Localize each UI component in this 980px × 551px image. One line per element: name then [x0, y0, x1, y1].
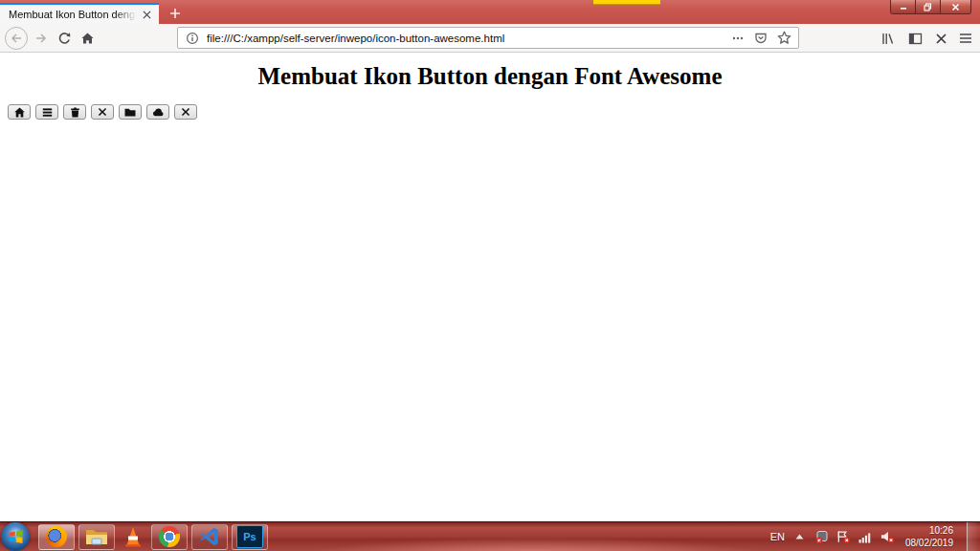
pocket-icon[interactable] — [752, 30, 769, 47]
network-signal-icon[interactable] — [858, 530, 873, 544]
bookmark-star-icon[interactable] — [775, 30, 792, 47]
times-icon-button[interactable] — [91, 104, 114, 120]
forward-button[interactable] — [30, 27, 53, 50]
page-title: Membuat Ikon Button dengan Font Awesome — [0, 63, 980, 90]
folder-icon-button[interactable] — [119, 104, 142, 120]
home-button[interactable] — [76, 27, 99, 50]
folder-icon — [124, 107, 136, 118]
page-content: Membuat Ikon Button dengan Font Awesome — [0, 53, 980, 521]
language-indicator[interactable]: EN — [770, 531, 785, 542]
url-text: file:///C:/xampp/self-server/inwepo/icon… — [207, 33, 724, 44]
library-icon — [880, 32, 895, 46]
background-window-strip — [593, 0, 660, 5]
refresh-icon — [57, 32, 71, 45]
site-info-icon[interactable] — [184, 30, 201, 47]
cloud-icon-button[interactable] — [146, 104, 169, 120]
home-icon — [80, 32, 95, 45]
forward-arrow-icon — [34, 32, 48, 45]
taskbar-firefox-button[interactable] — [38, 524, 75, 550]
icon-button-row — [8, 104, 980, 120]
taskbar-explorer-button[interactable] — [78, 524, 115, 550]
times-icon-button[interactable] — [174, 104, 197, 120]
desktop-screen: Membuat Ikon Button dengan Font — [0, 0, 980, 551]
minimize-button[interactable] — [891, 0, 916, 13]
tray-app-error-icon[interactable] — [814, 530, 829, 544]
x-extension-icon — [935, 33, 947, 45]
action-center-flag-icon[interactable] — [836, 530, 851, 544]
photoshop-icon: Ps — [236, 525, 263, 548]
align-justify-icon-button[interactable] — [35, 104, 58, 120]
tray-clock[interactable]: 10:26 08/02/2019 — [905, 524, 953, 549]
home-icon-button[interactable] — [8, 104, 31, 120]
taskbar-vlc-button[interactable] — [119, 524, 147, 550]
start-button[interactable] — [1, 522, 30, 551]
url-bar[interactable]: file:///C:/xampp/self-server/inwepo/icon… — [177, 27, 799, 49]
windows-explorer-icon — [85, 527, 108, 546]
taskbar-chrome-button[interactable] — [151, 524, 188, 550]
windows-logo-icon — [9, 530, 23, 543]
times-icon — [98, 107, 107, 117]
tab-title: Membuat Ikon Button dengan Font — [9, 9, 139, 20]
new-tab-button[interactable] — [163, 3, 188, 24]
tab-active[interactable]: Membuat Ikon Button dengan Font — [0, 3, 159, 24]
sidebar-button[interactable] — [903, 27, 926, 50]
navigation-toolbar: file:///C:/xampp/self-server/inwepo/icon… — [0, 24, 980, 53]
trash-icon-button[interactable] — [63, 104, 86, 120]
system-tray: EN — [770, 522, 980, 551]
home-icon — [14, 107, 25, 118]
hamburger-menu-icon — [959, 33, 972, 44]
tray-time: 10:26 — [905, 524, 953, 537]
menu-button[interactable] — [954, 27, 977, 50]
taskbar: Ps EN — [0, 521, 980, 551]
close-button[interactable] — [941, 0, 970, 13]
vlc-icon — [123, 526, 143, 547]
tab-close-icon[interactable] — [139, 7, 154, 22]
align-justify-icon — [42, 107, 53, 118]
times-icon — [181, 107, 190, 117]
tray-date: 08/02/2019 — [905, 537, 953, 549]
firefox-icon — [46, 526, 67, 547]
sidebar-icon — [908, 32, 923, 46]
page-actions-icon[interactable] — [729, 30, 746, 47]
refresh-button[interactable] — [53, 27, 76, 50]
extension-x-button[interactable] — [929, 27, 952, 50]
library-button[interactable] — [876, 27, 899, 50]
chevron-up-icon — [795, 534, 804, 540]
show-desktop-button[interactable] — [967, 522, 978, 551]
volume-muted-icon[interactable] — [880, 530, 895, 544]
back-arrow-icon — [10, 32, 23, 45]
cloud-icon — [152, 107, 165, 118]
vscode-icon — [199, 526, 220, 547]
taskbar-vscode-button[interactable] — [191, 524, 228, 550]
back-button[interactable] — [5, 27, 28, 50]
restore-button[interactable] — [916, 0, 941, 13]
window-titlebar[interactable]: Membuat Ikon Button dengan Font — [0, 0, 980, 24]
taskbar-photoshop-button[interactable]: Ps — [232, 524, 268, 550]
window-controls — [890, 0, 971, 14]
show-hidden-icons-button[interactable] — [792, 530, 807, 544]
trash-icon — [70, 107, 80, 118]
chrome-icon — [159, 526, 180, 547]
